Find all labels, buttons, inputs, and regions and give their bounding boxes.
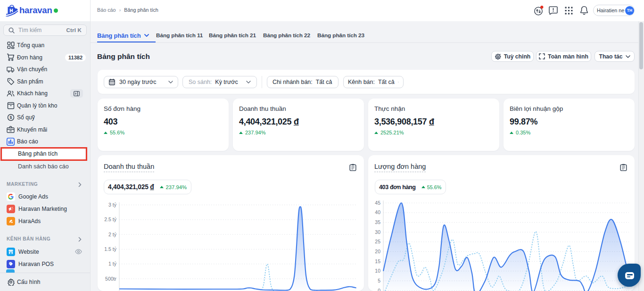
svg-text:30: 30: [375, 229, 380, 235]
svg-text:2 tỷ: 2 tỷ: [108, 232, 117, 237]
svg-text:15: 15: [375, 258, 380, 264]
svg-text:3 tỷ: 3 tỷ: [108, 202, 117, 208]
svg-text:40: 40: [375, 209, 380, 215]
svg-text:20: 20: [375, 249, 380, 254]
svg-text:45: 45: [375, 200, 380, 206]
svg-text:10: 10: [375, 268, 380, 274]
svg-text:$: $: [9, 115, 12, 120]
svg-text:1 tỷ: 1 tỷ: [108, 261, 117, 266]
svg-text:2.5 tỷ: 2.5 tỷ: [104, 216, 116, 222]
svg-text:500tr: 500tr: [105, 276, 116, 282]
svg-text:0: 0: [378, 288, 380, 291]
svg-text:35: 35: [375, 219, 380, 225]
svg-text:25: 25: [375, 239, 380, 244]
svg-text:5: 5: [378, 278, 380, 283]
svg-text:1.5 tỷ: 1.5 tỷ: [104, 246, 116, 252]
